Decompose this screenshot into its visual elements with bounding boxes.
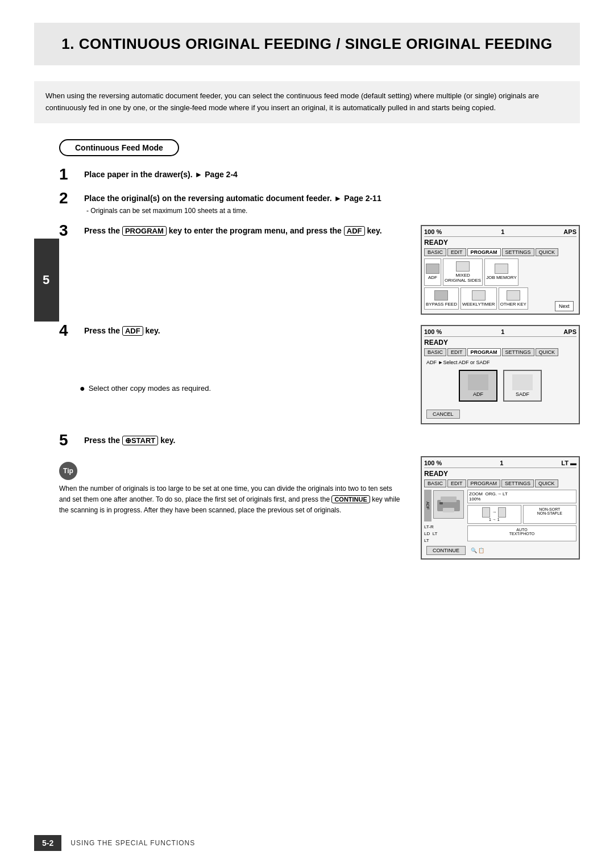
cs2-tab-quick[interactable]: QUICK	[536, 348, 559, 356]
tip-screen: 100 % 1 LT ▬ READY BASIC EDIT PROGRAM SE…	[421, 456, 580, 560]
cs1-tab-program[interactable]: PROGRAM	[467, 248, 501, 256]
cs2-header: 100 % 1 APS	[424, 328, 576, 337]
cs2-adf-button[interactable]: ADF	[459, 370, 497, 402]
cs2-tab-program[interactable]: PROGRAM	[467, 348, 501, 356]
step-3-number: 3	[59, 223, 80, 239]
step-3-text: Press the PROGRAM key to enter the progr…	[84, 225, 404, 237]
step-3-screen: 100 % 1 APS READY BASIC EDIT PROGRAM SET…	[421, 225, 580, 315]
step-3-left: 3 Press the PROGRAM key to enter the pro…	[59, 225, 404, 249]
tip-left: Tip When the number of originals is too …	[59, 456, 404, 516]
cs1-label-job: JOB MEMORY	[486, 275, 517, 280]
cs1-tabs: BASIC EDIT PROGRAM SETTINGS QUICK	[424, 248, 576, 256]
step-4: 4 Press the ADF key.	[59, 325, 404, 339]
bypass-icon	[434, 290, 448, 301]
mixed-icon	[456, 261, 470, 272]
cs3-info-text: AUTOTEXT/PHOTO	[467, 525, 576, 541]
cs2-tab-edit[interactable]: EDIT	[447, 348, 466, 356]
step-1-label: Place paper in the drawer(s).	[84, 170, 193, 179]
cs3-info-sort: NON-SORTNON-STAPLE	[523, 505, 577, 524]
job-icon	[495, 264, 508, 274]
svg-rect-3	[439, 502, 443, 504]
cs3-adf-symbol: ADF	[424, 490, 432, 521]
step-3-row: 3 Press the PROGRAM key to enter the pro…	[59, 225, 580, 315]
printer-svg	[436, 494, 461, 515]
cs3-status: READY	[424, 470, 576, 478]
cs1-copies: 1	[501, 228, 504, 235]
footer: 5-2 USING THE SPECIAL FUNCTIONS	[0, 835, 614, 851]
cs1-tab-settings[interactable]: SETTINGS	[502, 248, 534, 256]
cs1-label-adf: ADF	[428, 275, 437, 280]
cs1-tab-quick[interactable]: QUICK	[536, 248, 559, 256]
cs1-cell-other[interactable]: OTHER KEY	[499, 287, 528, 310]
cs1-grid-main: ADF MIXEDORIGINAL SIDES JOB MEMORY	[424, 258, 553, 311]
adf-icon2	[468, 374, 488, 390]
cs3-tab-edit[interactable]: EDIT	[447, 479, 466, 487]
cs1-cell-bypass[interactable]: BYPASS FEED	[424, 287, 459, 310]
cs3-left: ADF	[424, 490, 464, 544]
adf-key-3: ADF	[344, 226, 365, 236]
title-section: 1. CONTINUOUS ORIGINAL FEEDING / SINGLE …	[34, 23, 580, 65]
cs3-tab-settings[interactable]: SETTINGS	[501, 479, 534, 487]
intro-box: When using the reversing automatic docum…	[34, 81, 580, 123]
cs3-continue-area: CONTINUE 🔍 📋	[424, 544, 576, 556]
cs3-body: ADF	[424, 490, 576, 544]
footer-page: 5-2	[34, 835, 61, 851]
step-4-left: 4 Press the ADF key. ● Select other copy…	[59, 325, 404, 398]
cs1-cell-weekly[interactable]: WEEKLYTIMER	[460, 287, 497, 310]
cs3-sort-label: NON-SORTNON-STAPLE	[525, 507, 575, 515]
step-2-number: 2	[59, 190, 80, 206]
cs2-status: READY	[424, 339, 576, 347]
cs2-sadf-button[interactable]: SADF	[503, 370, 542, 402]
cs3-zoom-info: ZOOM ORG.→ LT100%	[467, 490, 576, 503]
step-2-text: Place the original(s) on the reversing a…	[84, 193, 580, 205]
bullet-dot: ●	[80, 384, 85, 393]
tip-row: Tip When the number of originals is too …	[59, 456, 580, 560]
cs3-page-icon2	[498, 507, 506, 518]
cs3-tab-program[interactable]: PROGRAM	[467, 479, 501, 487]
cs1-tab-basic[interactable]: BASIC	[424, 248, 446, 256]
page: 1. CONTINUOUS ORIGINAL FEEDING / SINGLE …	[0, 0, 614, 868]
step-1-arrow: ►	[195, 170, 205, 179]
cs1-cell-job[interactable]: JOB MEMORY	[484, 258, 518, 286]
step-3: 3 Press the PROGRAM key to enter the pro…	[59, 225, 404, 239]
bullet-select-text: Select other copy modes as required.	[89, 384, 211, 393]
step-4-number: 4	[59, 323, 80, 339]
cs1-header: 100 % 1 APS	[424, 228, 576, 237]
cs1-tab-edit[interactable]: EDIT	[447, 248, 466, 256]
cs1-next-btn[interactable]: Next	[555, 301, 574, 311]
cs2-sadf-label: SADF	[512, 391, 533, 397]
cs1-next-area: Next	[555, 258, 576, 311]
step-2: 2 Place the original(s) on the reversing…	[59, 193, 580, 215]
continue-key-tip: CONTINUE	[331, 495, 370, 503]
cs2-adf-row: ADF SADF	[424, 366, 576, 405]
cs3-page-icon1	[482, 507, 490, 518]
cs1-row1: ADF MIXEDORIGINAL SIDES JOB MEMORY	[424, 258, 553, 286]
cs2-tab-basic[interactable]: BASIC	[424, 348, 446, 356]
cs3-tab-basic[interactable]: BASIC	[424, 479, 446, 487]
cs2-sadf-area: SADF	[503, 370, 542, 402]
cs1-cell-mixed[interactable]: MIXEDORIGINAL SIDES	[443, 258, 483, 286]
cs1-label-bypass: BYPASS FEED	[426, 302, 457, 307]
cs3-tab-quick[interactable]: QUICK	[535, 479, 558, 487]
step-5-text: Press the ⊕START key.	[84, 435, 580, 446]
cs3-mode: LT ▬	[561, 460, 576, 466]
other-icon	[507, 290, 520, 301]
cs3-copy-icons: →	[470, 507, 519, 518]
tip-badge: Tip	[59, 462, 77, 480]
intro-text: When using the reversing automatic docum…	[45, 91, 539, 112]
program-key: PROGRAM	[122, 226, 167, 236]
cs3-percent: 100 %	[424, 460, 442, 466]
cs3-copies: 1	[500, 460, 503, 466]
step-4-screen: 100 % 1 APS READY BASIC EDIT PROGRAM SET…	[421, 325, 580, 424]
step-3-content: Press the PROGRAM key to enter the progr…	[84, 225, 404, 237]
cs3-printer-area: ADF	[424, 490, 464, 521]
cs3-continue-btn[interactable]: CONTINUE	[426, 546, 466, 555]
cs1-cell-adf[interactable]: ADF	[424, 258, 441, 286]
cs1-label-weekly: WEEKLYTIMER	[462, 302, 495, 307]
cs1-label-other: OTHER KEY	[500, 302, 526, 307]
cs2-tabs: BASIC EDIT PROGRAM SETTINGS QUICK	[424, 348, 576, 356]
cs2-tab-settings[interactable]: SETTINGS	[502, 348, 534, 356]
cs1-label-mixed: MIXEDORIGINAL SIDES	[445, 273, 481, 283]
cs2-cancel-btn[interactable]: CANCEL	[426, 410, 460, 419]
cs1-percent: 100 %	[424, 228, 442, 235]
